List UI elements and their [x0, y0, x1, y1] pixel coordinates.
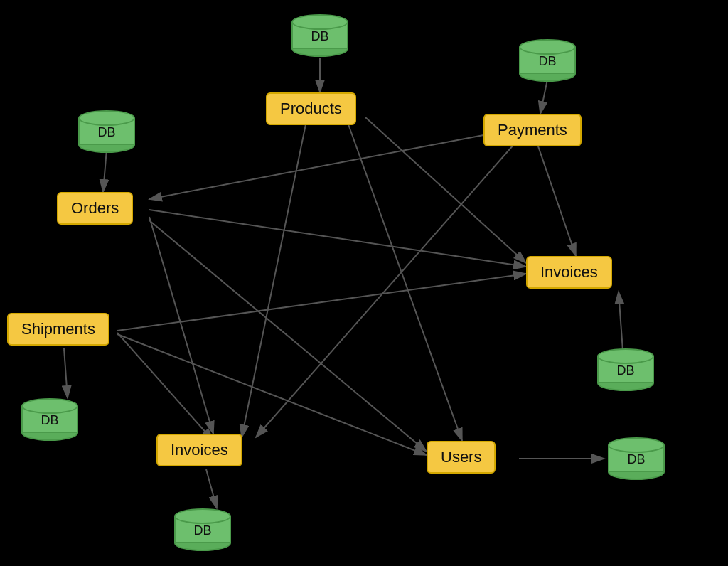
arrow-shipments-db — [64, 348, 68, 398]
db-products-label: DB — [311, 29, 328, 44]
orders-node[interactable]: Orders — [57, 192, 133, 225]
cross-4 — [117, 274, 526, 331]
db-users-node: DB — [608, 437, 665, 480]
cross-8 — [348, 124, 462, 441]
db-invoices-right-top — [597, 348, 654, 364]
invoices-right-box[interactable]: Invoices — [526, 256, 612, 289]
db-products-top — [291, 14, 348, 30]
shipments-box[interactable]: Shipments — [7, 313, 109, 346]
db-invoices-right-node: DB — [597, 348, 654, 391]
db-invoices-right-label: DB — [616, 363, 634, 378]
products-box[interactable]: Products — [266, 92, 356, 125]
cross-2 — [149, 220, 427, 452]
db-payments-label: DB — [538, 54, 556, 69]
cross-9 — [242, 124, 306, 437]
cross-3 — [149, 217, 213, 434]
orders-box[interactable]: Orders — [57, 192, 133, 225]
arrow-db-payments — [540, 80, 547, 114]
diagram-container: DB DB DB DB DB DB — [0, 0, 728, 566]
db-users-label: DB — [627, 452, 645, 467]
cross-6 — [117, 333, 213, 441]
invoices-right-node[interactable]: Invoices — [526, 256, 612, 289]
db-users-top — [608, 437, 665, 453]
cross-11 — [537, 142, 576, 256]
products-node[interactable]: Products — [266, 92, 356, 125]
arrow-invoices-bottom-db — [206, 469, 217, 508]
payments-node[interactable]: Payments — [483, 114, 582, 146]
cross-12 — [149, 135, 483, 199]
payments-box[interactable]: Payments — [483, 114, 582, 146]
db-shipments-label: DB — [41, 413, 58, 428]
db-orders-node: DB — [78, 110, 135, 153]
connections-svg — [0, 0, 728, 566]
cross-10 — [256, 139, 519, 437]
db-invoices-bottom-label: DB — [193, 523, 211, 538]
db-invoices-bottom-top — [174, 508, 231, 524]
invoices-bottom-node[interactable]: Invoices — [156, 434, 242, 466]
db-payments-node: DB — [519, 39, 576, 82]
cross-1 — [149, 210, 526, 267]
shipments-node[interactable]: Shipments — [7, 313, 109, 346]
db-orders-label: DB — [97, 125, 115, 140]
invoices-bottom-box[interactable]: Invoices — [156, 434, 242, 466]
db-products-node: DB — [291, 14, 348, 57]
arrow-db-orders — [103, 149, 107, 192]
users-node[interactable]: Users — [427, 441, 496, 474]
db-shipments-top — [21, 398, 78, 414]
db-shipments-node: DB — [21, 398, 78, 441]
db-payments-top — [519, 39, 576, 55]
users-box[interactable]: Users — [427, 441, 496, 474]
db-invoices-bottom-node: DB — [174, 508, 231, 551]
db-orders-top — [78, 110, 135, 126]
